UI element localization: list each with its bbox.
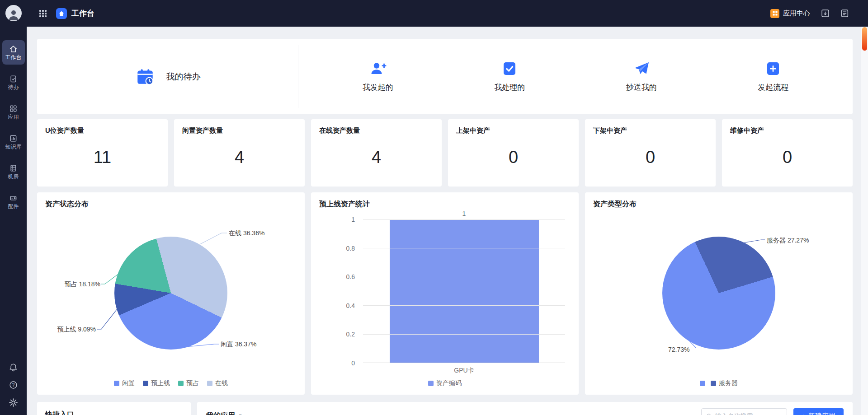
- sidebar-item-machine-room[interactable]: 机房: [2, 159, 25, 184]
- stat-card-online: 在线资产数量 4: [311, 119, 442, 187]
- bottom-row: 快捷入口 我的应用 8 + 新建应用: [37, 402, 853, 415]
- home-badge-icon[interactable]: [56, 8, 67, 19]
- page-title: 工作台: [71, 8, 94, 19]
- my-apps-count: 8: [239, 413, 242, 415]
- workbench-icon: [9, 45, 17, 53]
- legend-label: 资产编码: [436, 379, 462, 387]
- new-app-button[interactable]: + 新建应用: [793, 408, 844, 415]
- avatar[interactable]: [5, 5, 22, 21]
- legend-item-online[interactable]: 在线: [207, 379, 228, 387]
- legend-swatch: [428, 381, 434, 386]
- my-apps-header: 我的应用 8 + 新建应用: [206, 408, 844, 415]
- legend-label: 在线: [215, 379, 228, 387]
- stat-card-unracking: 下架中资产 0: [585, 119, 716, 187]
- legend-item-asset-code[interactable]: 资产编码: [428, 379, 462, 387]
- pie-callout-other: 72.73%: [668, 346, 689, 353]
- plus-icon: +: [802, 412, 806, 415]
- sidebar-item-todo[interactable]: 待办: [2, 70, 25, 94]
- legend-label: 服务器: [719, 379, 738, 387]
- app-search-input[interactable]: [715, 412, 783, 415]
- stat-value: 0: [593, 135, 708, 179]
- stat-value: 0: [730, 135, 844, 179]
- stat-value: 4: [182, 135, 297, 179]
- grid-menu-icon[interactable]: [39, 9, 47, 18]
- document-list-icon[interactable]: [840, 9, 849, 18]
- legend-item-server[interactable]: 服务器: [711, 379, 738, 387]
- my-todo-header: 我的待办: [37, 45, 298, 108]
- action-label: 发起流程: [758, 82, 788, 93]
- pie-legend: 闲置 预上线 预占 在线: [37, 379, 305, 387]
- breadcrumb: 工作台: [56, 8, 94, 19]
- sidebar-nav: 工作台 待办 应用 知识库: [2, 40, 25, 214]
- topbar: 工作台 应用中心: [0, 0, 868, 27]
- legend-swatch: [207, 381, 212, 386]
- sidebar-item-apps[interactable]: 应用: [2, 100, 25, 124]
- action-label: 我发起的: [363, 82, 393, 93]
- bar-rect-gpu: 1: [390, 219, 539, 363]
- sidebar: 工作台 待办 应用 知识库: [0, 0, 27, 415]
- todo-card: 我的待办 我发起的 我处理的: [37, 39, 853, 114]
- my-apps-title: 我的应用: [206, 411, 235, 415]
- server-room-icon: [9, 164, 17, 172]
- sidebar-item-parts[interactable]: 配件: [2, 189, 25, 214]
- app-center-button[interactable]: 应用中心: [770, 9, 810, 18]
- quick-entry-title: 快捷入口: [45, 410, 183, 415]
- action-processed-by-me[interactable]: 我处理的: [494, 61, 525, 93]
- stat-label: 闲置资产数量: [182, 126, 297, 135]
- stat-label: 维修中资产: [730, 126, 844, 135]
- action-label: 我处理的: [494, 82, 525, 93]
- legend-label: 预上线: [151, 379, 170, 387]
- export-icon[interactable]: [821, 9, 830, 18]
- chart-title: 资产类型分布: [593, 200, 844, 209]
- new-app-label: 新建应用: [808, 412, 835, 415]
- sidebar-item-label: 待办: [8, 84, 19, 90]
- asset-type-pie: [662, 237, 775, 350]
- sidebar-item-workbench[interactable]: 工作台: [2, 40, 25, 65]
- bell-icon[interactable]: [9, 363, 18, 372]
- paper-plane-icon: [633, 61, 650, 77]
- chart-asset-type: 资产类型分布 服务器 27.27% 72.73% 服务器: [585, 192, 853, 395]
- legend-swatch: [711, 381, 716, 386]
- parts-icon: [9, 194, 17, 202]
- stat-label: U位资产数量: [45, 126, 160, 135]
- action-cc-to-me[interactable]: 抄送我的: [626, 61, 657, 93]
- legend-label: 预占: [186, 379, 199, 387]
- bar-plot: 1 GPU卡: [363, 219, 565, 363]
- action-label: 抄送我的: [626, 82, 657, 93]
- sidebar-item-label: 知识库: [5, 144, 22, 149]
- home-icon: [58, 10, 65, 17]
- action-start-flow[interactable]: 发起流程: [758, 61, 788, 93]
- quick-entry-card: 快捷入口: [37, 402, 191, 415]
- sidebar-item-knowledge[interactable]: 知识库: [2, 130, 25, 154]
- chart-prelaunch-assets: 预上线资产统计 00.20.40.60.81 1 GPU卡 资产编码: [311, 192, 579, 395]
- gear-icon[interactable]: [9, 398, 18, 407]
- todo-actions: 我发起的 我处理的 抄送我的: [298, 39, 853, 114]
- chart-asset-status: 资产状态分布 在线 36.36% 预占 18.18% 预上线 9.09% 闲置 …: [37, 192, 305, 395]
- topbar-right: 应用中心: [770, 9, 868, 18]
- stat-card-repairing: 维修中资产 0: [722, 119, 853, 187]
- file-plus-icon: [765, 61, 781, 77]
- app-search-box: [701, 408, 787, 415]
- my-todo-title: 我的待办: [166, 71, 201, 83]
- asset-status-pie: [114, 237, 227, 350]
- legend-label: 闲置: [122, 379, 135, 387]
- topbar-left: 工作台: [39, 8, 94, 19]
- sidebar-item-label: 机房: [8, 174, 19, 179]
- chart-title: 资产状态分布: [45, 200, 297, 209]
- pie-callout-prelaunch: 预上线 9.09%: [57, 326, 96, 334]
- action-initiated-by-me[interactable]: 我发起的: [363, 61, 393, 93]
- help-icon[interactable]: ?: [9, 381, 18, 389]
- stat-value: 4: [319, 135, 434, 179]
- clipboard-check-icon: [501, 61, 518, 77]
- stat-card-idle: 闲置资产数量 4: [174, 119, 305, 187]
- legend-item-type-a[interactable]: [700, 381, 707, 386]
- page-scrollbar[interactable]: [861, 27, 868, 415]
- scrollbar-thumb[interactable]: [862, 27, 867, 51]
- sidebar-item-label: 配件: [8, 204, 19, 209]
- todo-icon: [9, 75, 17, 83]
- legend-item-prelaunch[interactable]: 预上线: [143, 379, 170, 387]
- search-icon: [706, 413, 712, 415]
- legend-item-idle[interactable]: 闲置: [114, 379, 135, 387]
- legend-swatch: [114, 381, 119, 386]
- legend-item-reserved[interactable]: 预占: [178, 379, 199, 387]
